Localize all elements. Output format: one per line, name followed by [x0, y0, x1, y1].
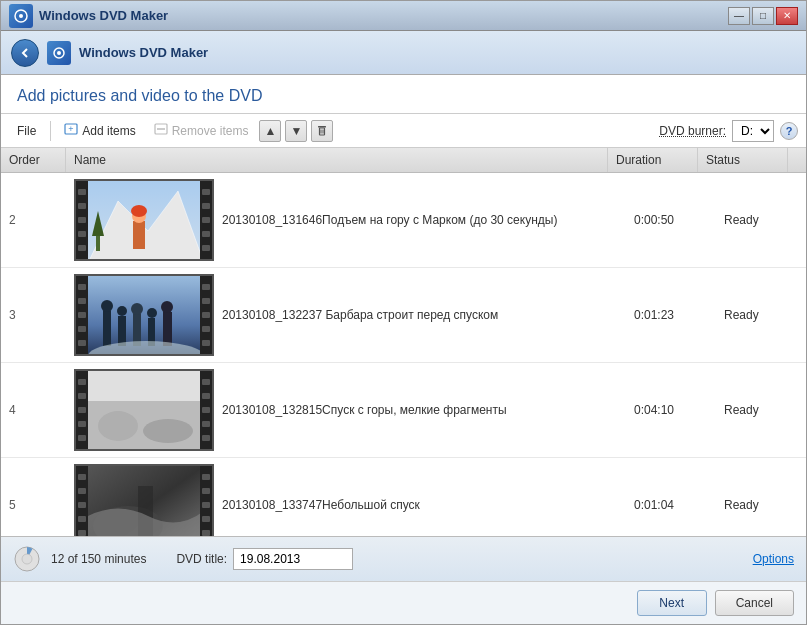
add-items-label: Add items: [82, 124, 135, 138]
svg-rect-17: [133, 221, 145, 249]
row-order: 4: [1, 397, 66, 423]
film-hole: [78, 231, 86, 237]
film-hole: [202, 298, 210, 304]
row-duration: 0:01:04: [626, 492, 716, 518]
remove-items-button[interactable]: Remove items: [147, 118, 256, 143]
svg-point-22: [101, 300, 113, 312]
film-hole: [202, 284, 210, 290]
remove-items-icon: [154, 122, 168, 139]
table-row[interactable]: 5: [1, 458, 806, 536]
col-name: Name: [66, 148, 608, 172]
film-hole: [202, 245, 210, 251]
menu-bar: File + Add items Remove items ▲ ▼: [1, 114, 806, 148]
app-title-toolbar: Windows DVD Maker: [79, 45, 208, 60]
app-icon: [9, 4, 33, 28]
row-thumb-name: 20130108_132237 Барбара строит перед спу…: [66, 268, 626, 362]
app-title: Windows DVD Maker: [39, 8, 168, 23]
film-strip-right: [200, 371, 212, 449]
table-row[interactable]: 2: [1, 173, 806, 268]
svg-point-28: [147, 308, 157, 318]
cancel-button[interactable]: Cancel: [715, 590, 794, 616]
film-hole: [202, 326, 210, 332]
file-menu[interactable]: File: [9, 121, 44, 141]
items-table: Order Name Duration Status 2: [1, 148, 806, 536]
film-hole: [78, 421, 86, 427]
col-status: Status: [698, 148, 788, 172]
thumb-image: [88, 466, 200, 536]
svg-point-36: [143, 419, 193, 443]
thumb-image: [88, 371, 200, 449]
dvd-title-input[interactable]: [233, 548, 353, 570]
bottom-bar: 12 of 150 minutes DVD title: Options: [1, 536, 806, 581]
options-link[interactable]: Options: [753, 552, 794, 566]
svg-point-30: [161, 301, 173, 313]
row-name: 20130108_131646Подъем на гору с Марком (…: [222, 212, 557, 229]
table-row[interactable]: 4: [1, 363, 806, 458]
film-hole: [78, 340, 86, 346]
svg-point-41: [22, 554, 32, 564]
move-down-button[interactable]: ▼: [285, 120, 307, 142]
svg-point-3: [57, 51, 61, 55]
dvd-burner-label: DVD burner:: [659, 124, 726, 138]
film-hole: [202, 530, 210, 536]
thumbnail: [74, 274, 214, 356]
svg-point-19: [131, 205, 147, 217]
delete-button[interactable]: [311, 120, 333, 142]
svg-rect-21: [103, 311, 111, 346]
film-hole: [78, 530, 86, 536]
col-duration: Duration: [608, 148, 698, 172]
table-row[interactable]: 3: [1, 268, 806, 363]
row-status: Ready: [716, 492, 806, 518]
close-button[interactable]: ✕: [776, 7, 798, 25]
film-hole: [202, 421, 210, 427]
svg-rect-29: [163, 312, 172, 346]
thumbnail: [74, 464, 214, 536]
dvd-burner-select[interactable]: D:: [732, 120, 774, 142]
row-order: 2: [1, 207, 66, 233]
film-hole: [78, 203, 86, 209]
thumbnail: [74, 179, 214, 261]
film-hole: [202, 189, 210, 195]
help-button[interactable]: ?: [780, 122, 798, 140]
film-hole: [202, 516, 210, 522]
film-hole: [202, 488, 210, 494]
film-hole: [78, 379, 86, 385]
svg-rect-8: [318, 126, 326, 128]
film-hole: [78, 407, 86, 413]
dvd-maker-icon: [47, 41, 71, 65]
move-up-button[interactable]: ▲: [259, 120, 281, 142]
row-thumb-name: 20130108_132815Спуск с горы, мелкие фраг…: [66, 363, 626, 457]
row-name: 20130108_133747Небольшой спуск: [222, 497, 420, 514]
film-strip-left: [76, 181, 88, 259]
next-button[interactable]: Next: [637, 590, 707, 616]
table-body: 2: [1, 173, 806, 536]
film-strip-left: [76, 276, 88, 354]
maximize-button[interactable]: □: [752, 7, 774, 25]
svg-rect-9: [320, 128, 325, 135]
row-name: 20130108_132815Спуск с горы, мелкие фраг…: [222, 402, 507, 419]
back-button[interactable]: [11, 39, 39, 67]
row-duration: 0:04:10: [626, 397, 716, 423]
row-status: Ready: [716, 397, 806, 423]
minimize-button[interactable]: —: [728, 7, 750, 25]
film-strip-right: [200, 466, 212, 536]
title-bar-left: Windows DVD Maker: [9, 4, 168, 28]
action-bar: Next Cancel: [1, 581, 806, 624]
film-hole: [78, 435, 86, 441]
svg-rect-23: [118, 316, 126, 346]
add-items-button[interactable]: + Add items: [57, 118, 142, 143]
film-hole: [78, 502, 86, 508]
col-scroll: [788, 148, 806, 172]
film-hole: [202, 393, 210, 399]
row-status: Ready: [716, 207, 806, 233]
svg-point-1: [19, 14, 23, 18]
svg-point-24: [117, 306, 127, 316]
minutes-info: 12 of 150 minutes: [51, 552, 146, 566]
row-order: 5: [1, 492, 66, 518]
film-hole: [78, 312, 86, 318]
film-hole: [78, 245, 86, 251]
title-bar: Windows DVD Maker — □ ✕: [1, 1, 806, 31]
film-hole: [78, 474, 86, 480]
film-hole: [202, 502, 210, 508]
disk-usage-chart: [13, 545, 41, 573]
